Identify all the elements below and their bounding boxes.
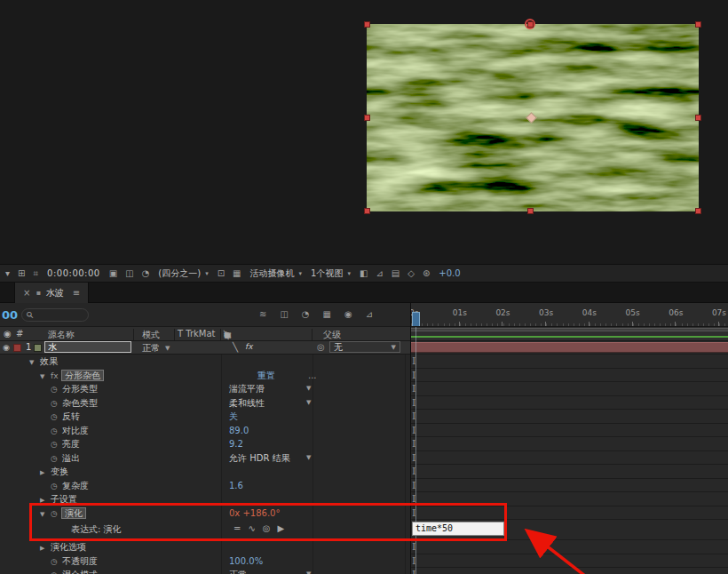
property-row-fractal-noise-effect[interactable]: ▼fx分形杂色重置... — [0, 369, 410, 383]
column-source-name-label[interactable]: 源名称 — [48, 329, 75, 341]
panel-menu-icon[interactable]: ≡ — [73, 288, 80, 298]
grid-guides-icon[interactable]: ⊞ — [18, 268, 25, 279]
hide-shy-layers-icon[interactable]: ◔ — [302, 309, 310, 319]
property-row-evolution[interactable]: ▼◷演化0x +186.0° — [0, 506, 410, 521]
property-row-complexity[interactable]: ◷复杂度1.6 — [0, 479, 410, 493]
layer-duration-bar[interactable] — [411, 342, 728, 353]
snapshot-icon[interactable]: ▣ — [109, 268, 117, 278]
tab-water-wave[interactable]: × ▪ 水波 ≡ — [14, 283, 89, 303]
chevron-down-icon[interactable]: ▼ — [306, 451, 311, 466]
work-area-bar[interactable] — [411, 328, 728, 331]
selection-handle-bottom-center[interactable] — [527, 208, 534, 214]
current-time-indicator-line[interactable] — [415, 327, 416, 574]
expression-graph-icon[interactable]: ∿ — [248, 522, 255, 535]
property-row-brightness[interactable]: ◷亮度9.2 — [0, 437, 410, 451]
property-value-complexity[interactable]: 1.6 — [229, 479, 243, 493]
property-row-overflow[interactable]: ◷溢出允许 HDR 结果▼ — [0, 451, 410, 466]
selection-handle-top-left[interactable] — [364, 21, 370, 28]
selection-handle-mid-left[interactable] — [364, 115, 370, 121]
property-row-expression-evolution[interactable]: 表达式: 演化=∿◎▶ — [0, 520, 410, 540]
property-row-opacity[interactable]: ◷不透明度100.0% — [0, 554, 410, 569]
expression-language-icon[interactable]: ▶ — [278, 522, 285, 535]
current-time-indicator-handle[interactable] — [412, 312, 420, 327]
transparency-grid-icon[interactable]: ▦ — [233, 268, 241, 278]
expression-pick-whip-icon[interactable]: ◎ — [263, 522, 271, 535]
property-value-contrast[interactable]: 89.0 — [229, 424, 249, 438]
toolbar-timecode[interactable]: 0:00:00:00 — [47, 268, 100, 278]
exposure-value[interactable]: +0.0 — [439, 268, 460, 278]
chevron-down-icon[interactable]: ▼ — [306, 568, 311, 574]
comp-mini-flowchart-icon[interactable]: ≋ — [259, 309, 266, 319]
flowchart-button-icon[interactable]: ◇ — [408, 268, 415, 278]
stopwatch-icon[interactable]: ◷ — [51, 452, 62, 466]
graph-editor-icon[interactable]: ⊿ — [366, 309, 373, 319]
quality-switch-icon[interactable]: ╲ — [233, 342, 238, 352]
selection-handle-top-center[interactable] — [527, 21, 534, 28]
property-row-contrast[interactable]: ◷对比度89.0 — [0, 424, 410, 438]
column-mode-label[interactable]: 模式 — [142, 329, 160, 341]
parent-dropdown[interactable]: 无 ▼ — [329, 341, 400, 353]
chevron-down-icon[interactable]: ▼ — [306, 396, 311, 411]
property-value-blend-mode[interactable]: 正常 — [229, 568, 247, 574]
time-ruler[interactable]: 0s01s02s03s04s05s06s07s — [411, 303, 728, 327]
pixel-aspect-icon[interactable]: ◧ — [360, 268, 368, 278]
fast-previews-icon[interactable]: ⊿ — [376, 268, 383, 278]
stopwatch-icon[interactable]: ◷ — [51, 438, 62, 452]
selection-handle-bottom-right[interactable] — [695, 208, 701, 214]
property-value-overflow[interactable]: 允许 HDR 结果 — [229, 451, 290, 466]
frame-blending-icon[interactable]: ▦ — [323, 309, 331, 319]
stopwatch-icon[interactable]: ◷ — [51, 480, 62, 494]
mask-visibility-icon[interactable]: ⌗ — [33, 268, 38, 279]
selection-handle-top-right[interactable] — [695, 21, 701, 28]
property-row-effects-group[interactable]: ▼效果 — [0, 355, 410, 369]
search-input[interactable]: ⚲ — [21, 308, 89, 322]
property-value-brightness[interactable]: 9.2 — [229, 437, 243, 451]
motion-blur-icon[interactable]: ◉ — [344, 309, 352, 319]
video-eye-icon[interactable]: ◉ — [3, 343, 10, 352]
magnification-menu-icon[interactable]: ▾ — [5, 268, 10, 279]
camera-view-dropdown[interactable]: 活动摄像机 ▾ — [250, 267, 303, 280]
layer-mode-dropdown[interactable]: 正常 ▼ — [142, 342, 170, 355]
show-snapshot-icon[interactable]: ◫ — [125, 268, 133, 278]
close-icon[interactable]: × — [23, 288, 30, 298]
property-row-transform-group[interactable]: ▶变换 — [0, 465, 410, 479]
stopwatch-icon[interactable]: ◷ — [51, 383, 62, 397]
expression-enable-icon[interactable]: = — [233, 522, 241, 535]
stopwatch-icon[interactable]: ◷ — [51, 425, 62, 439]
stopwatch-icon[interactable]: ◷ — [51, 397, 62, 411]
region-of-interest-icon[interactable]: ⊡ — [218, 268, 225, 278]
threed-column-icon[interactable]: ⊙ — [224, 331, 231, 339]
reset-exposure-icon[interactable]: ⊛ — [423, 268, 430, 278]
effect-fx-icon[interactable]: fx — [51, 370, 62, 384]
property-row-evolution-options-group[interactable]: ▶演化选项 — [0, 540, 410, 554]
selection-handle-mid-right[interactable] — [695, 115, 701, 121]
property-value-noise-type[interactable]: 柔和线性 — [229, 396, 265, 411]
property-value-opacity[interactable]: 100.0% — [229, 554, 263, 569]
parent-pick-whip-icon[interactable]: ◎ — [317, 342, 325, 352]
fx-switch-icon[interactable]: fx — [245, 342, 253, 351]
property-value-invert[interactable]: 关 — [229, 410, 238, 424]
timeline-button-icon[interactable]: ▤ — [392, 268, 400, 278]
resolution-dropdown[interactable]: (四分之一) ▾ — [158, 267, 208, 280]
selection-handle-bottom-left[interactable] — [364, 208, 370, 214]
stopwatch-icon[interactable]: ◷ — [51, 411, 62, 425]
layer-row[interactable]: ◉ 1 水 正常 ▼ ╲ fx ◎ 无 ▼ — [0, 341, 410, 355]
layer-name-field[interactable]: 水 — [44, 341, 131, 353]
draft-3d-icon[interactable]: ◫ — [280, 309, 288, 319]
stopwatch-icon[interactable]: ◷ — [51, 569, 62, 574]
chevron-down-icon[interactable]: ▼ — [306, 382, 311, 396]
view-layout-dropdown[interactable]: 1个视图 ▾ — [311, 267, 351, 280]
property-row-sub-settings-group[interactable]: ▶子设置 — [0, 492, 410, 506]
stopwatch-icon[interactable]: ◷ — [51, 555, 62, 570]
effect-options-button[interactable]: ... — [308, 369, 317, 383]
property-row-noise-type[interactable]: ◷杂色类型柔和线性▼ — [0, 396, 410, 411]
stopwatch-icon[interactable]: ◷ — [51, 507, 62, 522]
column-parent-label[interactable]: 父级 — [323, 329, 341, 341]
property-row-invert[interactable]: ◷反转关 — [0, 410, 410, 424]
property-value-fractal-type[interactable]: 湍流平滑 — [229, 382, 265, 396]
column-trkmat-label[interactable]: T TrkMat — [178, 329, 216, 339]
expression-input[interactable]: time*50 — [412, 522, 504, 536]
layer-color-label[interactable] — [13, 344, 21, 352]
property-value-evolution[interactable]: 0x +186.0° — [229, 506, 280, 521]
channels-icon[interactable]: ◔ — [142, 268, 150, 278]
